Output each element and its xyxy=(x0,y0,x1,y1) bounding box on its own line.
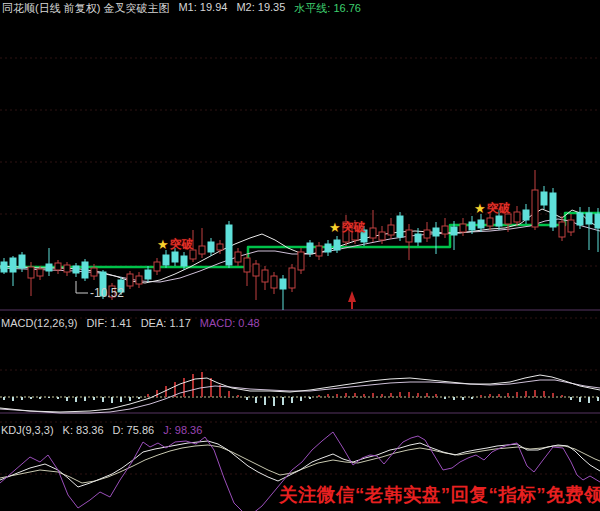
candle xyxy=(487,218,493,226)
candle xyxy=(325,244,331,252)
candle xyxy=(46,264,52,271)
candle xyxy=(91,268,97,276)
candle xyxy=(379,232,385,240)
breakout-label-1: ★ 突破 xyxy=(157,236,194,253)
main-chart-header: 同花顺(日线 前复权) 金叉突破主图 M1: 19.94 M2: 19.35 水… xyxy=(2,1,361,16)
macd-header: MACD(12,26,9) DIF: 1.41 DEA: 1.17 MACD: … xyxy=(1,317,260,329)
candle xyxy=(226,225,232,265)
star-icon: ★ xyxy=(157,237,169,252)
buy-arrow-stem xyxy=(351,302,353,309)
candle xyxy=(244,258,250,272)
kdj-indicator-name: KDJ(9,3,3) xyxy=(1,424,54,436)
macd-indicator-name: MACD(12,26,9) xyxy=(1,317,77,329)
candle xyxy=(82,262,88,278)
candle xyxy=(280,279,286,289)
kdj-header: KDJ(9,3,3) K: 83.36 D: 75.86 J: 98.36 xyxy=(1,424,202,436)
candle xyxy=(595,214,600,228)
macd-value: MACD: 0.48 xyxy=(200,317,260,329)
breakout-label-3: ★ 突破 xyxy=(474,200,511,217)
candle xyxy=(145,270,151,279)
candle xyxy=(568,220,574,232)
candle xyxy=(316,246,322,256)
candle xyxy=(271,276,277,288)
candle xyxy=(469,222,475,230)
candle xyxy=(208,242,214,252)
candle xyxy=(181,256,187,266)
candle xyxy=(298,252,304,270)
candle xyxy=(550,193,556,227)
low-label-leader xyxy=(76,281,88,293)
candle xyxy=(73,266,79,273)
candle xyxy=(334,240,340,250)
m1-value: M1: 19.94 xyxy=(178,1,227,16)
dea-value: DEA: 1.17 xyxy=(141,317,191,329)
candle xyxy=(289,268,295,288)
candle xyxy=(235,252,241,262)
candle xyxy=(127,274,133,286)
candle xyxy=(262,270,268,282)
candle xyxy=(388,225,394,235)
candle xyxy=(586,213,592,224)
k-value: K: 83.36 xyxy=(63,424,104,436)
d-value: D: 75.86 xyxy=(113,424,155,436)
low-price-label: -10.52 xyxy=(90,286,124,300)
dif-value: DIF: 1.41 xyxy=(86,317,131,329)
candle xyxy=(307,243,313,253)
candle xyxy=(406,230,412,242)
wechat-promo-banner: 关注微信“老韩实盘”回复“指标”免费领 xyxy=(279,482,599,507)
horizontal-line-value: 水平线: 16.76 xyxy=(294,1,361,16)
dif-line xyxy=(0,375,600,412)
candle xyxy=(253,264,259,276)
breakout-text: 突破 xyxy=(170,236,194,253)
chart-title: 同花顺(日线 前复权) 金叉突破主图 xyxy=(2,1,169,16)
chart-window: 同花顺(日线 前复权) 金叉突破主图 M1: 19.94 M2: 19.35 水… xyxy=(0,0,600,511)
candle xyxy=(451,227,457,235)
candle xyxy=(577,213,583,225)
star-icon: ★ xyxy=(474,201,486,216)
candle xyxy=(154,262,160,271)
j-value: J: 98.36 xyxy=(163,424,202,436)
candle xyxy=(478,220,484,228)
candle xyxy=(397,216,403,237)
candle xyxy=(1,262,7,272)
candle xyxy=(55,263,61,270)
candle xyxy=(424,230,430,238)
candle xyxy=(163,255,169,265)
candle xyxy=(415,234,421,242)
candle xyxy=(64,265,70,272)
candle xyxy=(541,192,547,205)
candle xyxy=(433,228,439,236)
candle xyxy=(442,226,448,234)
breakout-label-2: ★ 突破 xyxy=(329,219,366,236)
candle xyxy=(199,246,205,254)
candle xyxy=(559,222,565,237)
candle xyxy=(496,216,502,226)
candle xyxy=(532,190,538,227)
candle xyxy=(19,255,25,268)
candle xyxy=(514,212,520,222)
buy-arrow-marker xyxy=(348,291,356,302)
candle xyxy=(136,276,142,284)
candle xyxy=(10,258,16,272)
breakout-text: 突破 xyxy=(342,219,366,236)
candle xyxy=(370,228,376,238)
breakout-text: 突破 xyxy=(487,200,511,217)
m2-value: M2: 19.35 xyxy=(236,1,285,16)
candle xyxy=(460,224,466,232)
candle xyxy=(37,269,43,276)
star-icon: ★ xyxy=(329,220,341,235)
ma2-line xyxy=(0,219,600,282)
candle xyxy=(523,210,529,220)
candle xyxy=(217,244,223,250)
candle xyxy=(28,267,34,278)
candle xyxy=(172,252,178,262)
